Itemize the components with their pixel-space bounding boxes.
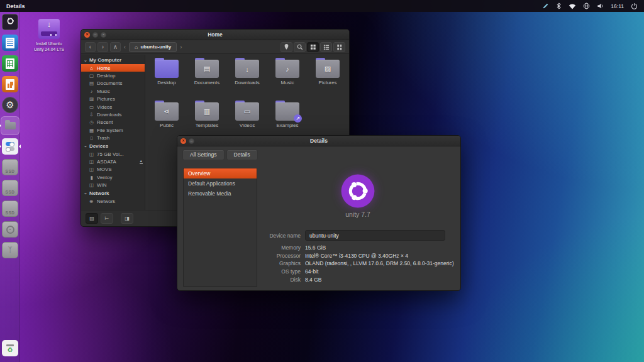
folder-music[interactable]: ♪Music <box>269 60 306 86</box>
volume-icon[interactable] <box>597 3 604 9</box>
all-settings-button[interactable]: All Settings <box>182 150 225 160</box>
view-buttons <box>280 42 345 52</box>
close-button[interactable]: × <box>180 138 186 144</box>
sidebar-item-75-gb-vol[interactable]: ◫75 GB Vol... <box>81 150 145 158</box>
info-label: Disk <box>177 277 301 283</box>
maximize-button[interactable]: ▫ <box>101 32 106 38</box>
power-icon[interactable] <box>631 3 638 9</box>
sidebar-item-asdata[interactable]: ◫ASDATA▲ <box>81 158 145 165</box>
places-pane-button[interactable]: ▤ <box>86 213 98 224</box>
sidebar-item-videos[interactable]: ▭Videos <box>81 103 145 111</box>
running-arrow-icon <box>0 145 1 148</box>
details-sidebar-item-default-applications[interactable]: Default Applications <box>184 178 257 189</box>
back-button[interactable]: ‹ <box>85 42 96 52</box>
launcher-item-libreoffice-impress[interactable] <box>2 76 18 92</box>
toggles-icon <box>6 141 14 151</box>
chevron-left-icon[interactable]: ‹ <box>123 44 127 50</box>
launcher-item-ssd-volume-1[interactable]: SSD <box>2 159 18 175</box>
ssd-label: SSD <box>3 211 18 215</box>
clock[interactable]: 16:11 <box>611 3 624 9</box>
launcher-item-settings[interactable]: ⚙ <box>2 97 18 113</box>
info-label: OS type <box>177 269 301 275</box>
launcher-item-ssd-volume-3[interactable]: SSD <box>2 200 18 217</box>
compact-view-button[interactable] <box>333 42 345 52</box>
wifi-icon[interactable] <box>569 3 576 9</box>
sidebar-item-desktop[interactable]: ▢Desktop <box>81 72 145 79</box>
eject-icon[interactable]: ▲ <box>140 160 143 164</box>
details-sidebar-item-overview[interactable]: Overview <box>184 168 257 178</box>
launcher-item-ssd-volume-2[interactable]: SSD <box>2 180 18 196</box>
launcher-item-optical-disc[interactable] <box>2 221 18 238</box>
ubuntu-bfb-button[interactable] <box>2 14 18 30</box>
chevron-right-icon[interactable]: › <box>179 44 183 50</box>
ssd-label: SSD <box>3 169 18 173</box>
launcher-item-libreoffice-writer[interactable] <box>2 35 18 51</box>
bluetooth-icon[interactable] <box>556 3 562 9</box>
sidebar-item-recent[interactable]: ◷Recent <box>81 119 145 126</box>
settings-nav-buttons: All Settings Details <box>182 150 258 160</box>
close-button[interactable]: × <box>84 32 90 38</box>
sidebar-section-network[interactable]: ⌄Network <box>81 189 145 197</box>
sidebar-item-music[interactable]: ♪Music <box>81 87 145 95</box>
list-view-button[interactable] <box>320 42 332 52</box>
sidebar-item-label: 75 GB Vol... <box>97 151 124 157</box>
sidebar-item-documents[interactable]: ▤Documents <box>81 80 145 87</box>
folder-downloads[interactable]: ↓Downloads <box>228 60 266 86</box>
folder-templates[interactable]: ▥Templates <box>188 102 226 129</box>
sidebar-item-pictures[interactable]: ▨Pictures <box>81 96 145 103</box>
folder-label: Pictures <box>319 80 337 86</box>
sidebar-section-devices[interactable]: ⌄Devices <box>81 142 145 150</box>
board-band-icon <box>41 31 57 36</box>
folder-videos[interactable]: ▭Videos <box>228 102 266 129</box>
search-button[interactable] <box>294 42 306 52</box>
sidebar-item-network[interactable]: ⊕Network <box>81 197 145 205</box>
sidebar-item-label: Documents <box>97 80 122 86</box>
folder-examples[interactable]: ↗Examples <box>269 102 306 129</box>
location-pin-button[interactable] <box>280 42 292 52</box>
treeview-pane-button[interactable]: ⊢ <box>101 213 113 224</box>
sidebar-item-label: Pictures <box>97 96 115 102</box>
folder-public[interactable]: ⋖Public <box>148 102 186 129</box>
toggle-sidebar-button[interactable]: ◨ <box>121 213 133 224</box>
grid-view-button[interactable] <box>307 42 319 52</box>
pictures-icon: ▨ <box>89 96 94 102</box>
sidebar-item-home[interactable]: ⌂Home <box>81 64 145 72</box>
desktop-icon-install-ubuntu[interactable]: ↓ Install UbuntuUnity 24.04 LTS <box>32 19 66 52</box>
launcher-item-trash[interactable]: ♻ <box>2 340 18 356</box>
minimize-button[interactable]: – <box>92 32 98 38</box>
launcher-item-system-settings[interactable] <box>2 138 18 155</box>
input-method-pen-icon[interactable] <box>542 3 549 9</box>
launcher-item-libreoffice-calc[interactable] <box>2 55 18 72</box>
sidebar-item-win[interactable]: ◫WIN <box>81 181 145 189</box>
details-tab-button[interactable]: Details <box>226 150 258 160</box>
folder-documents[interactable]: ▤Documents <box>188 60 226 86</box>
launcher-item-usb-drive[interactable]: ᛉ <box>2 242 18 258</box>
sidebar-item-trash[interactable]: ▯Trash <box>81 134 145 142</box>
language-globe-icon[interactable] <box>583 3 590 9</box>
minimize-button[interactable]: – <box>189 138 194 144</box>
forward-button[interactable]: › <box>97 42 108 52</box>
folder-label: Music <box>281 80 294 86</box>
folder-desktop[interactable]: Desktop <box>148 60 186 86</box>
up-button[interactable]: ∧ <box>110 42 121 52</box>
breadcrumb-label: ubuntu-unity <box>140 44 171 50</box>
device-name-label: Device name <box>177 233 301 239</box>
ssd-label: SSD <box>3 190 18 194</box>
breadcrumb[interactable]: ⌂ ubuntu-unity <box>129 42 177 52</box>
info-label: Graphics <box>177 261 301 266</box>
info-row-memory: Memory15.6 GiB <box>177 245 457 251</box>
sidebar-item-ventoy[interactable]: ▮Ventoy <box>81 173 145 181</box>
sidebar-item-downloads[interactable]: ⇩Downloads <box>81 111 145 118</box>
impress-slide-icon <box>6 79 14 90</box>
sidebar-item-label: Videos <box>97 104 112 110</box>
details-sidebar-item-removable-media[interactable]: Removable Media <box>184 189 257 199</box>
folder-pictures[interactable]: ▨Pictures <box>309 60 347 86</box>
details-titlebar[interactable]: × – Details <box>177 136 460 146</box>
device-name-input[interactable] <box>305 230 445 241</box>
sidebar-item-movs[interactable]: ◫MOVS <box>81 166 145 173</box>
sidebar-item-file-system[interactable]: ▦File System <box>81 126 145 134</box>
writer-doc-icon <box>6 38 14 48</box>
fm-titlebar[interactable]: × – ▫ Home <box>81 30 349 40</box>
sidebar-section-my-computer[interactable]: ⌄My Computer <box>81 56 145 64</box>
launcher-item-files[interactable] <box>2 118 18 134</box>
